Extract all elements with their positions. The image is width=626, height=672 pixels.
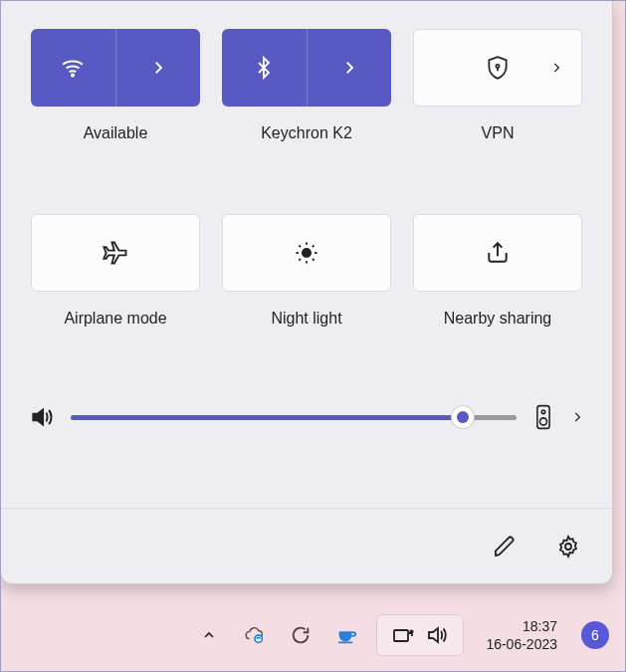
wifi-label: Available	[84, 124, 148, 142]
cup-icon	[335, 624, 357, 646]
edit-button[interactable]	[485, 527, 524, 566]
airplane-icon	[102, 239, 129, 267]
volume-slider[interactable]	[71, 415, 517, 420]
nightlight-tile[interactable]	[222, 214, 391, 292]
vpn-label: VPN	[482, 124, 515, 142]
settings-button[interactable]	[548, 527, 588, 566]
notification-badge[interactable]: 6	[581, 621, 609, 649]
airplane-tile-wrap: Airplane mode	[29, 214, 202, 328]
date-text: 16-06-2023	[486, 635, 557, 653]
volume-slider-row	[1, 397, 612, 437]
network-sound-tray[interactable]	[376, 614, 464, 656]
tiles-row-1: Available Keychron K2	[1, 1, 612, 142]
chevron-up-icon	[201, 627, 217, 643]
vpn-tile[interactable]	[413, 29, 582, 107]
gear-icon	[556, 535, 580, 559]
nearby-tile-wrap: Nearby sharing	[411, 214, 584, 328]
svg-point-2	[303, 249, 311, 257]
panel-footer	[1, 508, 612, 583]
svg-point-10	[411, 630, 413, 632]
bluetooth-tile[interactable]	[222, 29, 391, 107]
bluetooth-expand[interactable]	[308, 29, 392, 107]
network-icon	[391, 623, 415, 647]
bluetooth-toggle[interactable]	[222, 29, 307, 107]
cloud-sync-icon	[244, 624, 266, 646]
sync-icon	[290, 624, 312, 646]
volume-slider-thumb[interactable]	[452, 406, 474, 428]
nearby-label: Nearby sharing	[444, 310, 552, 328]
svg-point-5	[540, 418, 547, 425]
time-text: 18:37	[486, 617, 557, 635]
pencil-icon	[493, 535, 517, 559]
bluetooth-icon	[252, 56, 276, 80]
speaker-icon	[29, 404, 55, 430]
wifi-tile-wrap: Available	[29, 29, 202, 142]
speaker-icon	[425, 623, 449, 647]
airplane-label: Airplane mode	[64, 310, 166, 328]
system-tray: 18:37 16-06-2023 6	[193, 614, 609, 656]
app-tray-icon[interactable]	[330, 619, 362, 651]
bluetooth-tile-wrap: Keychron K2	[220, 29, 393, 142]
notification-count: 6	[591, 627, 599, 643]
chevron-right-icon[interactable]	[570, 410, 584, 424]
wifi-icon	[60, 55, 86, 81]
vpn-tile-wrap: VPN	[411, 29, 584, 142]
windows-update-tray-icon[interactable]	[285, 619, 316, 651]
onedrive-tray-icon[interactable]	[239, 619, 271, 651]
taskbar: 18:37 16-06-2023 6	[1, 599, 625, 671]
share-icon	[485, 240, 511, 266]
tray-overflow[interactable]	[193, 619, 225, 651]
nearby-tile[interactable]	[413, 214, 582, 292]
quick-settings-panel: Available Keychron K2	[1, 1, 613, 584]
tiles-row-2: Airplane mode Night light	[1, 186, 612, 328]
svg-point-6	[565, 544, 571, 550]
svg-rect-9	[394, 630, 408, 641]
wifi-tile[interactable]	[31, 29, 200, 107]
bluetooth-label: Keychron K2	[261, 124, 352, 142]
svg-point-4	[541, 410, 545, 414]
nightlight-label: Night light	[271, 310, 341, 328]
svg-point-0	[72, 75, 74, 77]
svg-point-1	[496, 65, 499, 68]
brightness-icon	[293, 239, 320, 267]
svg-point-7	[255, 635, 262, 642]
airplane-tile[interactable]	[31, 214, 200, 292]
wifi-toggle[interactable]	[31, 29, 115, 107]
nightlight-tile-wrap: Night light	[220, 214, 393, 328]
chevron-right-icon	[149, 59, 167, 77]
shield-lock-icon	[485, 55, 511, 81]
clock[interactable]: 18:37 16-06-2023	[486, 617, 557, 653]
output-device-icon[interactable]	[532, 397, 554, 437]
wifi-expand[interactable]	[116, 29, 201, 107]
chevron-right-icon	[340, 59, 358, 77]
svg-rect-8	[338, 641, 353, 643]
chevron-right-icon	[549, 61, 563, 75]
